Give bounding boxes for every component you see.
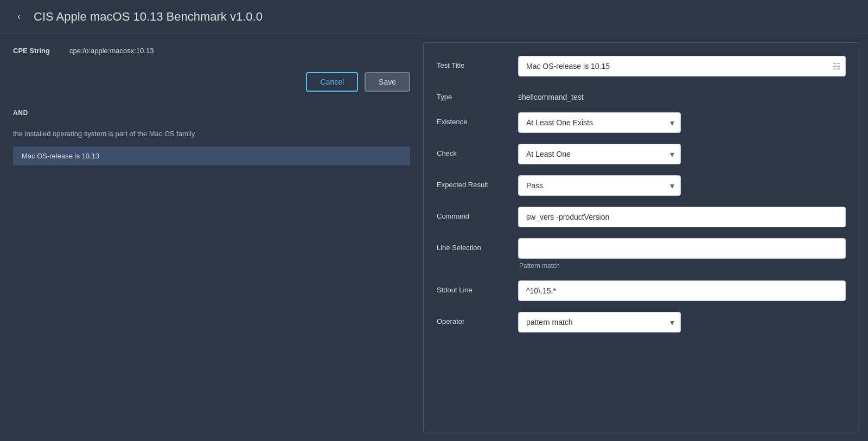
- expected-result-row: Expected Result Pass Fail ▾: [437, 175, 846, 196]
- operator-select[interactable]: pattern match equals not equal greater t…: [518, 312, 681, 333]
- content-area: CPE String cpe:/o:apple:macosx:10.13 Can…: [0, 34, 868, 441]
- type-label: Type: [437, 87, 518, 101]
- stdout-line-wrapper: [518, 280, 846, 301]
- page-title: CIS Apple macOS 10.13 Benchmark v1.0.0: [34, 10, 263, 24]
- existence-wrapper: At Least One Exists All Exist None Exist…: [518, 112, 681, 133]
- line-selection-wrapper: Pattern match: [518, 238, 846, 270]
- line-selection-input[interactable]: [518, 238, 846, 259]
- action-buttons: Cancel Save: [13, 72, 410, 92]
- command-label: Command: [437, 207, 518, 220]
- cpe-value: cpe:/o:apple:macosx:10.13: [69, 47, 154, 55]
- test-title-label: Test Title: [437, 56, 518, 69]
- existence-label: Existence: [437, 112, 518, 126]
- command-input[interactable]: [518, 207, 846, 227]
- right-panel: Test Title ☷ Type shellcommand_test Exis…: [423, 42, 859, 433]
- stdout-line-label: Stdout Line: [437, 280, 518, 294]
- check-row: Check At Least One All None Satisfy ▾: [437, 144, 846, 164]
- condition-item-1[interactable]: the installed operating system is part o…: [13, 125, 410, 142]
- check-select[interactable]: At Least One All None Satisfy: [518, 144, 681, 164]
- title-icon: ☷: [833, 61, 840, 72]
- operator-wrapper: pattern match equals not equal greater t…: [518, 312, 681, 333]
- stdout-line-input[interactable]: [518, 280, 846, 301]
- command-row: Command: [437, 207, 846, 227]
- save-button[interactable]: Save: [365, 72, 410, 92]
- expected-result-select[interactable]: Pass Fail: [518, 175, 681, 196]
- expected-result-label: Expected Result: [437, 175, 518, 189]
- existence-select[interactable]: At Least One Exists All Exist None Exist: [518, 112, 681, 133]
- cpe-row: CPE String cpe:/o:apple:macosx:10.13: [13, 47, 410, 55]
- type-row: Type shellcommand_test: [437, 87, 846, 101]
- stdout-line-row: Stdout Line: [437, 280, 846, 301]
- test-title-wrapper: ☷: [518, 56, 846, 76]
- cpe-label: CPE String: [13, 47, 56, 55]
- command-wrapper: [518, 207, 846, 227]
- test-title-row: Test Title ☷: [437, 56, 846, 76]
- type-value: shellcommand_test: [518, 87, 584, 101]
- logic-label: AND: [13, 109, 410, 117]
- cancel-button[interactable]: Cancel: [306, 72, 358, 92]
- test-title-input[interactable]: [518, 56, 846, 76]
- expected-result-wrapper: Pass Fail ▾: [518, 175, 681, 196]
- back-button[interactable]: ‹: [13, 9, 25, 24]
- condition-item-2[interactable]: Mac OS-release is 10.13: [13, 146, 410, 165]
- operator-row: Operator pattern match equals not equal …: [437, 312, 846, 333]
- line-selection-label: Line Selection: [437, 238, 518, 252]
- line-selection-row: Line Selection Pattern match: [437, 238, 846, 270]
- existence-row: Existence At Least One Exists All Exist …: [437, 112, 846, 133]
- operator-label: Operator: [437, 312, 518, 325]
- left-panel: CPE String cpe:/o:apple:macosx:10.13 Can…: [0, 34, 423, 441]
- pattern-match-hint: Pattern match: [518, 262, 846, 270]
- check-label: Check: [437, 144, 518, 157]
- check-wrapper: At Least One All None Satisfy ▾: [518, 144, 681, 164]
- header: ‹ CIS Apple macOS 10.13 Benchmark v1.0.0: [0, 0, 868, 34]
